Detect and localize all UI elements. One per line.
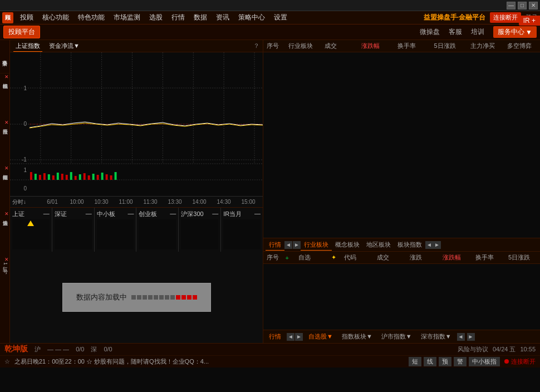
time-label-first[interactable]: 分时↓ [12,198,40,206]
industry-data-area [263,52,540,238]
svg-rect-25 [57,173,59,180]
svg-rect-34 [97,175,99,180]
wbtab-nav-prev[interactable]: ◄ [287,333,294,341]
index-card-shenzhen-body [55,219,92,249]
service-center-button[interactable]: 服务中心 ▼ [493,26,537,38]
index-card-mid[interactable]: 中小板 — [95,208,137,252]
wbtab-sz-index[interactable]: 深市指数▼ [418,331,455,342]
index-card-shenzhen[interactable]: 深证 — [52,208,95,252]
loading-dots [131,295,197,300]
rtab-nav: ◄ ► [284,241,301,249]
titlebar: — □ ✕ [0,0,540,11]
svg-rect-31 [84,173,86,180]
training-link[interactable]: 培训 [471,27,484,37]
wbtab-end-prev[interactable]: ◄ [457,333,465,341]
weicaopan-link[interactable]: 微操盘 [420,27,440,37]
shortcut-line[interactable]: 线 [424,357,436,366]
wbtab-quote[interactable]: 行情 [266,331,284,342]
rtab-index[interactable]: 板块指数 [394,239,425,250]
menu-item-special[interactable]: 特色功能 [73,12,109,23]
shortcut-short[interactable]: 短 [409,357,421,366]
svg-text:-1: -1 [22,156,27,163]
news-ticker: 之易日晚21：00至22：00 ☆ 炒股有问题，随时请Q找我！企业QQ：4... [14,357,404,366]
brand-name: 乾坤版 [4,344,28,354]
sidebar-quick-stock[interactable]: ✕ 快速选股 [0,210,9,256]
sidebar-ma-amplitude[interactable]: ✕ 均线柱振幅 [0,74,9,119]
index-card-ir-month[interactable]: IR当月 — [221,208,263,252]
wb-col-star: ✦ [331,254,340,261]
wb-col-5day: 5日涨跌 [508,253,537,262]
risk-link[interactable]: 风险与协议 [458,345,488,354]
menu-item-news[interactable]: 资讯 [212,12,234,23]
menu-item-market-monitor[interactable]: 市场监测 [109,12,145,23]
chart-tab-shindex[interactable]: 上证指数 [13,41,42,52]
col-main-buy: 主力净买 [470,42,500,50]
sidebar-red1[interactable]: ✕ 红1号 [0,256,9,302]
menu-item-quote[interactable]: 行情 [167,12,189,23]
rtab-nav-next[interactable]: ► [293,241,301,249]
rtab-end-prev[interactable]: ◄ [425,241,433,249]
ir-plus-button[interactable]: IR + [519,16,540,26]
menu-item-core[interactable]: 核心功能 [38,12,73,23]
sz-count: 0/0 [104,346,112,352]
rtab-quote[interactable]: 行情 [266,239,284,251]
platform-button[interactable]: 投顾平台 [3,26,40,38]
close-button[interactable]: ✕ [529,2,538,9]
rtab-industry[interactable]: 行业板块 [301,239,332,251]
svg-rect-32 [88,175,90,180]
sidebar-period-amplitude[interactable]: ✕ 周期柱振幅 [0,165,9,210]
rtab-concept[interactable]: 概念板块 [332,239,363,250]
index-card-shanghai[interactable]: 上证 — [10,208,52,252]
wb-col-change: 涨跌 [410,253,438,262]
wb-col-plus[interactable]: + [286,254,294,261]
svg-rect-19 [30,172,32,180]
index-card-csi300-body [181,219,218,249]
minimize-button[interactable]: — [507,2,516,9]
index-card-csi300[interactable]: 沪深300 — [179,208,221,252]
customer-service-link[interactable]: 客服 [449,27,462,37]
wbtab-sh-index[interactable]: 沪市指数▼ [378,331,415,342]
index-card-shanghai-header: 上证 — [12,210,50,218]
wbtab-index-sector[interactable]: 指数板块▼ [338,331,376,342]
wbtab-nav: ◄ ► [287,333,303,341]
industry-tabs: 行情 ◄ ► 行业板块 概念板块 地区板块 板块指数 ◄ ► [263,238,540,251]
menu-item-tougo[interactable]: 投顾 [16,12,38,23]
chart-tab-moneyflow[interactable]: 资金净流▼ [47,41,82,51]
menu-item-settings[interactable]: 设置 [269,12,292,23]
shortcut-warn[interactable]: 预 [439,357,451,366]
menu-item-strategy[interactable]: 策略中心 [234,12,269,23]
time-axis: 分时↓ 6/01 10:00 10:30 11:00 11:30 13:30 1… [10,196,263,207]
menu-item-stock-select[interactable]: 选股 [145,12,167,23]
svg-text:0: 0 [23,185,27,192]
bottom-left-panel: 数据内容加载中 [10,252,263,343]
sidebar-tougo-platform[interactable]: ✕ 投顾平台 [0,119,9,165]
rtab-end-next[interactable]: ► [433,241,441,249]
svg-text:0: 0 [23,121,27,127]
col-seqno: 序号 [267,42,282,50]
col-5day-change: 5日涨跌 [434,42,464,50]
maximize-button[interactable]: □ [518,2,527,9]
dot-8 [170,295,175,300]
wbtab-watchlist[interactable]: 自选股▼ [305,331,336,342]
statusbar: 乾坤版 沪 — — — 0/0 深 0/0 风险与协议 04/24 五 10:5… [0,343,540,367]
connect-button[interactable]: 连接断开 [490,12,521,23]
svg-rect-28 [70,172,72,180]
index-card-gem[interactable]: 创业板 — [136,208,179,252]
wbtab-end-next[interactable]: ► [467,333,475,341]
wbtab-nav-next[interactable]: ► [295,333,303,341]
rtab-region[interactable]: 地区板块 [363,239,394,250]
time-label-1500: 15:00 [236,199,261,205]
statusbar-top: 乾坤版 沪 — — — 0/0 深 0/0 风险与协议 04/24 五 10:5… [0,344,540,356]
rtab-nav-prev[interactable]: ◄ [284,241,292,249]
right-panel: 序号 行业板块 成交 涨跌幅 换手率 5日涨跌 主力净买 多空博弈 行情 ◄ ►… [263,40,540,343]
menu-item-data[interactable]: 数据 [189,12,212,23]
svg-rect-29 [75,176,77,180]
shortcut-mid-small[interactable]: 中小板指 [469,357,500,366]
shortcut-alert[interactable]: 警 [454,357,467,366]
chart-help-icon[interactable]: ？ [253,42,259,50]
toolbar2-right: 微操盘 客服 培训 服务中心 ▼ [420,26,537,38]
index-card-shanghai-body [12,219,50,249]
sz-market-label: 深 [91,345,97,354]
index-card-csi300-header: 沪深300 — [181,210,218,218]
sidebar-market-overview[interactable]: 市场全景 [0,40,9,74]
